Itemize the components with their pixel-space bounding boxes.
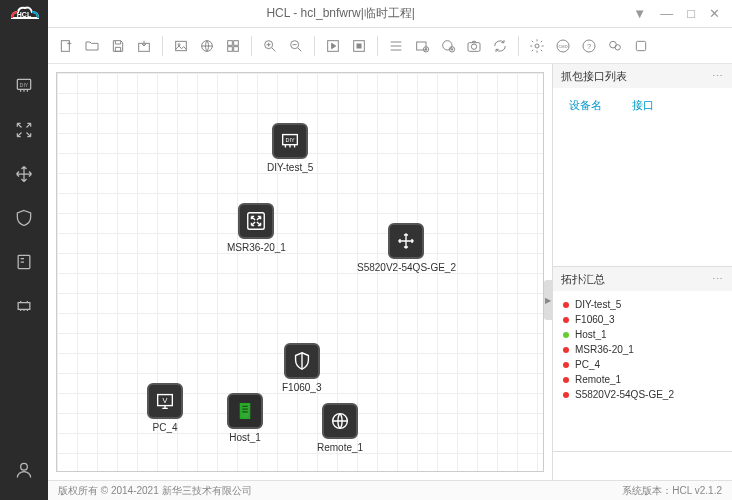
topology-item-label: S5820V2-54QS-GE_2 bbox=[575, 389, 674, 400]
maximize-icon[interactable]: □ bbox=[687, 6, 695, 21]
svg-text:HCL: HCL bbox=[17, 11, 32, 18]
camera-button[interactable] bbox=[462, 34, 486, 58]
topology-item-label: PC_4 bbox=[575, 359, 600, 370]
toolbar: CMD ? bbox=[48, 28, 732, 64]
tab-device[interactable]: 设备名 bbox=[569, 98, 602, 113]
topology-item-label: DIY-test_5 bbox=[575, 299, 621, 310]
svg-rect-12 bbox=[228, 46, 233, 51]
topology-item-label: MSR36-20_1 bbox=[575, 344, 634, 355]
svg-text:CMD: CMD bbox=[558, 44, 567, 49]
svg-rect-10 bbox=[228, 40, 233, 45]
node-label: DIY-test_5 bbox=[267, 162, 313, 173]
more-icon[interactable]: ⋯ bbox=[712, 273, 724, 286]
add-rect-button[interactable] bbox=[410, 34, 434, 58]
sidebar-server-icon[interactable] bbox=[0, 240, 48, 284]
save-button[interactable] bbox=[106, 34, 130, 58]
diy-icon: DIY bbox=[272, 123, 308, 159]
svg-rect-11 bbox=[234, 40, 239, 45]
node-label: PC_4 bbox=[152, 422, 177, 433]
svg-point-31 bbox=[615, 44, 620, 49]
node-host[interactable]: Host_1 bbox=[227, 393, 263, 443]
status-dot bbox=[563, 347, 569, 353]
status-dot bbox=[563, 302, 569, 308]
node-diy[interactable]: DIYDIY-test_5 bbox=[267, 123, 313, 173]
node-label: Host_1 bbox=[229, 432, 261, 443]
more-icon[interactable]: ⋯ bbox=[712, 70, 724, 83]
svg-rect-32 bbox=[636, 41, 645, 50]
topology-item[interactable]: PC_4 bbox=[559, 357, 726, 372]
status-dot bbox=[563, 392, 569, 398]
globe-button[interactable] bbox=[195, 34, 219, 58]
sidebar-expand-icon[interactable] bbox=[0, 108, 48, 152]
sidebar-port-icon[interactable] bbox=[0, 284, 48, 328]
right-panel: 抓包接口列表 ⋯ 设备名 接口 拓扑汇总 ⋯ DIY-test_5F1060_3… bbox=[552, 64, 732, 480]
svg-rect-18 bbox=[357, 44, 361, 48]
topology-item-label: F1060_3 bbox=[575, 314, 614, 325]
extra-button[interactable] bbox=[629, 34, 653, 58]
svg-point-24 bbox=[471, 44, 476, 49]
remote-icon bbox=[322, 403, 358, 439]
wechat-button[interactable] bbox=[603, 34, 627, 58]
svg-rect-13 bbox=[234, 46, 239, 51]
title-bar: HCL - hcl_bnfwrw|临时工程| ▼ — □ ✕ bbox=[48, 0, 732, 28]
play-button[interactable] bbox=[321, 34, 345, 58]
refresh-button[interactable] bbox=[488, 34, 512, 58]
node-msr[interactable]: MSR36-20_1 bbox=[227, 203, 286, 253]
node-pc[interactable]: VPC_4 bbox=[147, 383, 183, 433]
app-logo: HCL bbox=[0, 0, 48, 28]
version-text: 系统版本：HCL v2.1.2 bbox=[622, 484, 722, 498]
minimize-icon[interactable]: — bbox=[660, 6, 673, 21]
topology-item-label: Host_1 bbox=[575, 329, 607, 340]
topology-item[interactable]: F1060_3 bbox=[559, 312, 726, 327]
node-label: MSR36-20_1 bbox=[227, 242, 286, 253]
status-bar: 版权所有 © 2014-2021 新华三技术有限公司 系统版本：HCL v2.1… bbox=[0, 480, 732, 500]
export-button[interactable] bbox=[132, 34, 156, 58]
node-s58[interactable]: S5820V2-54QS-GE_2 bbox=[357, 223, 456, 273]
topology-item[interactable]: S5820V2-54QS-GE_2 bbox=[559, 387, 726, 402]
panel-collapse-handle[interactable]: ▶ bbox=[544, 280, 552, 320]
svg-text:DIY: DIY bbox=[20, 82, 29, 88]
svg-text:V: V bbox=[163, 396, 168, 405]
zoom-out-button[interactable] bbox=[284, 34, 308, 58]
open-folder-button[interactable] bbox=[80, 34, 104, 58]
zoom-in-button[interactable] bbox=[258, 34, 282, 58]
sidebar-diy-icon[interactable]: DIY bbox=[0, 64, 48, 108]
topology-item[interactable]: Host_1 bbox=[559, 327, 726, 342]
node-f10[interactable]: F1060_3 bbox=[282, 343, 321, 393]
image-button[interactable] bbox=[169, 34, 193, 58]
sidebar-shield-icon[interactable] bbox=[0, 196, 48, 240]
stop-button[interactable] bbox=[347, 34, 371, 58]
pin-icon[interactable]: ▼ bbox=[633, 6, 646, 21]
cmd-button[interactable]: CMD bbox=[551, 34, 575, 58]
sidebar-user-icon[interactable] bbox=[0, 448, 48, 492]
svg-rect-7 bbox=[176, 41, 187, 50]
canvas-area: DIYDIY-test_5MSR36-20_1S5820V2-54QS-GE_2… bbox=[48, 64, 552, 480]
left-sidebar: HCL DIY bbox=[0, 0, 48, 500]
switch-icon bbox=[388, 223, 424, 259]
add-circle-button[interactable] bbox=[436, 34, 460, 58]
tab-port[interactable]: 接口 bbox=[632, 98, 654, 113]
svg-point-4 bbox=[21, 463, 28, 470]
list-button[interactable] bbox=[384, 34, 408, 58]
capture-panel-header[interactable]: 抓包接口列表 ⋯ bbox=[553, 64, 732, 88]
status-dot bbox=[563, 332, 569, 338]
status-dot bbox=[563, 362, 569, 368]
topology-panel-title: 拓扑汇总 bbox=[561, 272, 605, 287]
svg-rect-35 bbox=[248, 213, 265, 230]
help-button[interactable]: ? bbox=[577, 34, 601, 58]
topology-panel-header[interactable]: 拓扑汇总 ⋯ bbox=[553, 267, 732, 291]
node-rem[interactable]: Remote_1 bbox=[317, 403, 363, 453]
topology-item[interactable]: Remote_1 bbox=[559, 372, 726, 387]
new-file-button[interactable] bbox=[54, 34, 78, 58]
settings-button[interactable] bbox=[525, 34, 549, 58]
topology-item[interactable]: MSR36-20_1 bbox=[559, 342, 726, 357]
svg-point-21 bbox=[443, 40, 452, 49]
status-dot bbox=[563, 377, 569, 383]
sidebar-move-icon[interactable] bbox=[0, 152, 48, 196]
close-icon[interactable]: ✕ bbox=[709, 6, 720, 21]
topology-canvas[interactable]: DIYDIY-test_5MSR36-20_1S5820V2-54QS-GE_2… bbox=[56, 72, 544, 472]
grid-button[interactable] bbox=[221, 34, 245, 58]
topology-item[interactable]: DIY-test_5 bbox=[559, 297, 726, 312]
svg-point-25 bbox=[535, 44, 539, 48]
node-label: S5820V2-54QS-GE_2 bbox=[357, 262, 456, 273]
